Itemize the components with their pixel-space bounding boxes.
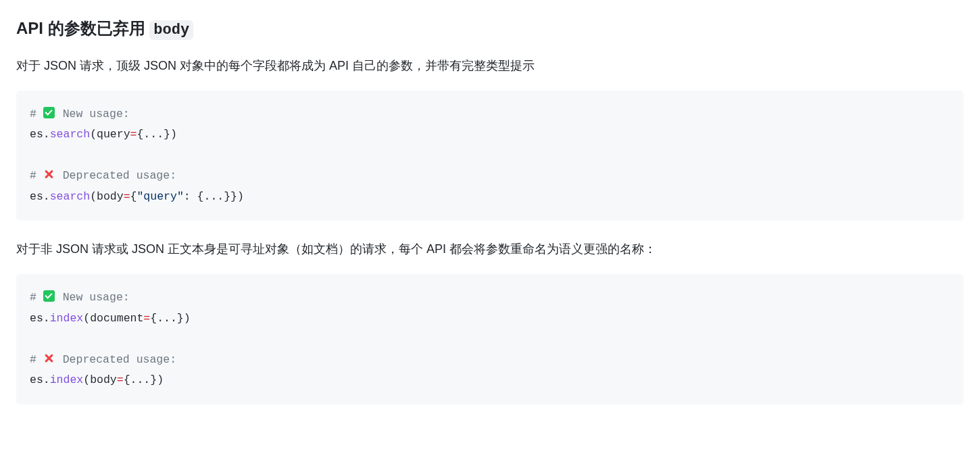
check-icon	[43, 290, 55, 302]
cross-icon	[43, 352, 55, 364]
hash: #	[30, 291, 36, 304]
hash: #	[30, 353, 36, 366]
code-line: es.search(body={"query": {...}})	[30, 187, 950, 208]
comment-text: New usage:	[56, 108, 130, 120]
code-line: # New usage:	[30, 288, 950, 309]
check-icon	[43, 107, 55, 118]
code-line: # New usage:	[30, 104, 950, 125]
code-line: es.index(body={...})	[30, 370, 950, 391]
code-line: es.search(query={...})	[30, 124, 950, 145]
heading-code: body	[149, 20, 193, 40]
section-heading: API 的参数已弃用 body	[16, 16, 964, 41]
paragraph-2: 对于非 JSON 请求或 JSON 正文本身是可寻址对象（如文档）的请求，每个 …	[16, 240, 964, 259]
blank-line	[30, 145, 950, 166]
code-line: # Deprecated usage:	[30, 350, 950, 371]
heading-text: API 的参数已弃用	[16, 19, 145, 37]
code-block-1: # New usage: es.search(query={...}) # De…	[16, 91, 964, 221]
hash: #	[30, 108, 36, 120]
comment-text: Deprecated usage:	[56, 169, 176, 182]
code-line: # Deprecated usage:	[30, 166, 950, 187]
comment-text: New usage:	[56, 291, 130, 304]
comment-text: Deprecated usage:	[56, 353, 176, 366]
code-block-2: # New usage: es.index(document={...}) # …	[16, 274, 964, 405]
code-line: es.index(document={...})	[30, 309, 950, 329]
blank-line	[30, 329, 950, 350]
cross-icon	[43, 168, 55, 180]
hash: #	[30, 169, 36, 182]
paragraph-1: 对于 JSON 请求，顶级 JSON 对象中的每个字段都将成为 API 自己的参…	[16, 56, 964, 76]
